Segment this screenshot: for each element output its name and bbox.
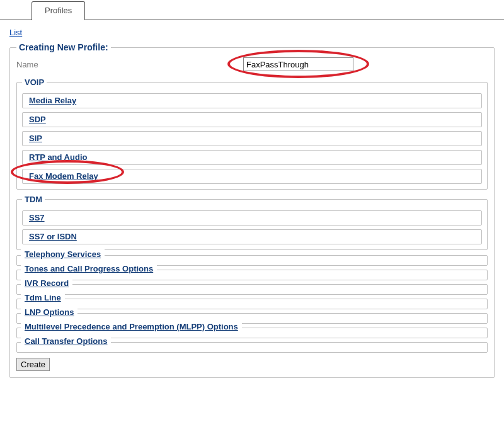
name-input-wrap	[243, 57, 353, 71]
voip-link-sip[interactable]: SIP	[29, 134, 42, 143]
section-call-transfer-options: Call Transfer Options	[16, 342, 488, 353]
voip-item-media-relay: Media Relay	[22, 93, 482, 108]
name-row: Name	[16, 57, 488, 71]
link-tones-call-progress[interactable]: Tones and Call Progress Options	[25, 264, 153, 273]
voip-link-fax-modem-relay[interactable]: Fax Modem Relay	[29, 171, 98, 181]
name-input[interactable]	[243, 57, 353, 71]
list-link[interactable]: List	[9, 28, 22, 37]
voip-item-fax-wrap: Fax Modem Relay	[22, 169, 482, 184]
section-tones-call-progress: Tones and Call Progress Options	[16, 270, 488, 280]
link-telephony-services[interactable]: Telephony Services	[25, 249, 101, 259]
voip-item-sip: SIP	[22, 131, 482, 146]
tdm-group: TDM SS7 SS7 or ISDN	[16, 195, 488, 250]
tdm-link-ss7-isdn[interactable]: SS7 or ISDN	[29, 232, 77, 241]
voip-legend: VOIP	[22, 77, 47, 87]
voip-group: VOIP Media Relay SDP SIP RTP and Audio F…	[16, 77, 488, 190]
tdm-item-ss7: SS7	[22, 210, 482, 226]
content: List Creating New Profile: Name VOIP Med…	[0, 20, 504, 378]
tdm-item-ss7-isdn: SS7 or ISDN	[22, 229, 482, 244]
section-ivr-record: IVR Record	[16, 284, 488, 295]
voip-link-rtp-audio[interactable]: RTP and Audio	[29, 152, 87, 162]
voip-item-fax-modem-relay: Fax Modem Relay	[22, 169, 482, 184]
voip-link-media-relay[interactable]: Media Relay	[29, 96, 76, 105]
page: Profiles List Creating New Profile: Name…	[0, 1, 504, 392]
link-tdm-line[interactable]: Tdm Line	[25, 293, 61, 302]
tab-profiles[interactable]: Profiles	[32, 1, 85, 20]
link-mlpp-options[interactable]: Multilevel Precedence and Preemption (ML…	[25, 322, 238, 331]
section-tdm-line: Tdm Line	[16, 299, 488, 309]
create-button[interactable]: Create	[16, 358, 50, 371]
tdm-link-ss7[interactable]: SS7	[29, 213, 45, 222]
tdm-legend: TDM	[22, 195, 45, 204]
voip-item-sdp: SDP	[22, 112, 482, 127]
name-label: Name	[16, 60, 92, 69]
voip-link-sdp[interactable]: SDP	[29, 115, 46, 124]
form-legend: Creating New Profile:	[16, 42, 111, 52]
tab-strip: Profiles	[0, 1, 504, 20]
link-lnp-options[interactable]: LNP Options	[25, 307, 74, 317]
link-call-transfer-options[interactable]: Call Transfer Options	[25, 336, 107, 346]
voip-item-rtp-audio: RTP and Audio	[22, 150, 482, 165]
link-ivr-record[interactable]: IVR Record	[25, 278, 69, 288]
create-profile-form: Creating New Profile: Name VOIP Media Re…	[9, 42, 495, 378]
